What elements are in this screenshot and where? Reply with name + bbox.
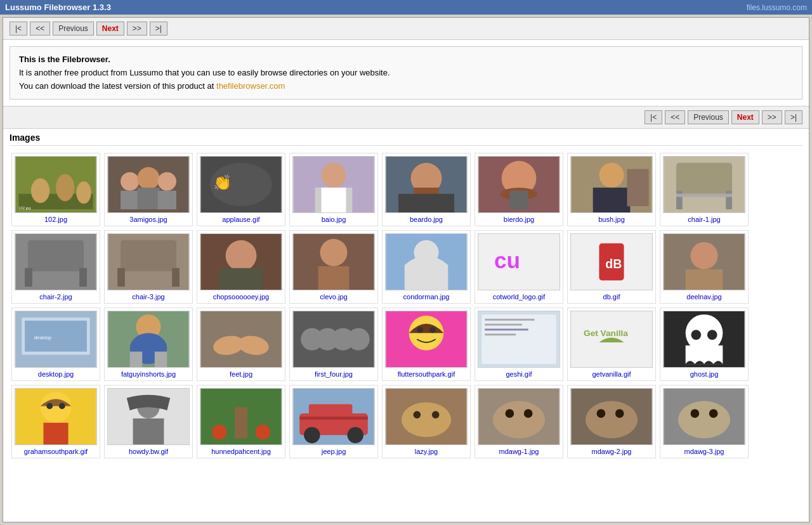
list-item: jeep.jpg (289, 385, 378, 458)
image-filename[interactable]: getvanilla.gif (592, 370, 631, 378)
svg-rect-102 (133, 418, 164, 444)
list-item: 3amigos.jpg (104, 153, 193, 226)
image-filename[interactable]: ghost.jpg (690, 370, 719, 378)
svg-point-7 (121, 172, 139, 191)
svg-text:dB: dB (605, 257, 622, 271)
image-filename[interactable]: howdy.bw.gif (129, 448, 168, 455)
svg-rect-68 (130, 352, 143, 367)
svg-point-120 (524, 410, 533, 418)
image-thumbnail (15, 388, 97, 445)
image-filename[interactable]: chopsoooooey.jpg (213, 293, 269, 301)
image-filename[interactable]: 3amigos.jpg (129, 216, 167, 223)
image-filename[interactable]: db.gif (603, 293, 620, 301)
info-line1: It is another free product from Lussumo … (19, 67, 793, 80)
image-thumbnail (663, 233, 745, 290)
images-grid: 102.jpg102.jpg3amigos.jpg👏applause.gifba… (10, 151, 802, 460)
svg-rect-84 (485, 319, 534, 321)
image-thumbnail: desktop (15, 311, 97, 368)
title-bar: Lussumo Filebrowser 1.3.3 files.lussumo.… (0, 0, 812, 15)
image-filename[interactable]: grahamsouthpark.gif (24, 448, 88, 455)
image-filename[interactable]: mdawg-2.jpg (592, 448, 632, 455)
list-item: chair-1.jpg (660, 153, 749, 226)
image-filename[interactable]: geshi.gif (506, 370, 532, 378)
image-filename[interactable]: cotworld_logo.gif (493, 293, 546, 301)
svg-point-118 (493, 401, 545, 439)
image-thumbnail (15, 233, 97, 290)
image-filename[interactable]: chair-1.jpg (688, 216, 720, 223)
image-filename[interactable]: beardo.jpg (410, 216, 443, 223)
image-thumbnail (292, 311, 375, 368)
image-thumbnail: 👏 (200, 156, 282, 213)
image-filename[interactable]: chair-2.jpg (39, 293, 72, 301)
next-next-button-bottom[interactable]: >> (762, 110, 782, 124)
info-link[interactable]: thefilebrowser.com (216, 81, 285, 91)
image-thumbnail (292, 156, 375, 213)
image-thumbnail: cu (478, 233, 560, 290)
svg-text:desktop: desktop (34, 335, 52, 340)
list-item: 102.jpg102.jpg (11, 153, 100, 226)
image-filename[interactable]: bierdo.jpg (504, 216, 534, 223)
svg-rect-43 (117, 268, 125, 287)
list-item: fatguyinshorts.jpg (104, 308, 193, 381)
image-filename[interactable]: fatguyinshorts.jpg (121, 370, 176, 378)
image-filename[interactable]: chair-3.jpg (132, 293, 164, 301)
svg-rect-42 (121, 240, 176, 271)
image-thumbnail (385, 311, 468, 368)
svg-text:👏: 👏 (213, 174, 232, 191)
image-thumbnail (663, 311, 745, 368)
image-filename[interactable]: lazy.jpg (415, 448, 438, 455)
list-item: chair-2.jpg (11, 230, 100, 304)
svg-point-98 (59, 403, 65, 410)
list-item: ghost.jpg (660, 308, 749, 381)
svg-rect-99 (43, 423, 68, 444)
svg-rect-106 (235, 408, 247, 439)
site-link[interactable]: files.lussumo.com (747, 3, 807, 12)
first-page-button-top[interactable]: |< (10, 22, 27, 36)
image-filename[interactable]: applause.gif (222, 216, 259, 223)
svg-point-4 (76, 182, 91, 204)
image-filename[interactable]: bush.jpg (598, 216, 625, 223)
svg-rect-10 (121, 191, 139, 209)
next-next-button-top[interactable]: >> (127, 22, 147, 36)
list-item: chopsoooooey.jpg (197, 230, 285, 304)
svg-rect-87 (485, 334, 516, 336)
last-page-button-bottom[interactable]: >| (785, 110, 802, 124)
prev-button-top[interactable]: Previous (53, 22, 94, 36)
svg-rect-86 (485, 329, 528, 331)
list-item: hunnedpahcent.jpg (197, 385, 285, 458)
info-bold: This is the Filebrowser. (19, 55, 110, 64)
image-filename[interactable]: desktop.jpg (38, 370, 74, 378)
next-button-bottom[interactable]: Next (731, 110, 759, 124)
image-thumbnail (107, 233, 190, 290)
image-filename[interactable]: clevo.jpg (320, 293, 347, 301)
image-filename[interactable]: fluttersouthpark.gif (398, 370, 455, 378)
list-item: desktopdesktop.jpg (11, 308, 100, 381)
image-filename[interactable]: feet.jpg (230, 370, 252, 378)
prev-button-bottom[interactable]: Previous (688, 110, 729, 124)
svg-rect-23 (398, 194, 454, 212)
image-filename[interactable]: 102.jpg (44, 216, 67, 223)
prev-prev-button-bottom[interactable]: << (665, 110, 685, 124)
next-button-top[interactable]: Next (96, 22, 124, 36)
image-thumbnail: 102.jpg (15, 156, 97, 213)
first-page-button-bottom[interactable]: |< (645, 110, 662, 124)
image-filename[interactable]: mdawg-3.jpg (684, 448, 724, 455)
svg-point-127 (690, 410, 699, 418)
image-filename[interactable]: baio.jpg (322, 216, 346, 223)
image-filename[interactable]: jeep.jpg (322, 448, 346, 455)
svg-text:Get Vanilla: Get Vanilla (584, 329, 628, 339)
image-filename[interactable]: deelnav.jpg (686, 293, 721, 301)
last-page-button-top[interactable]: >| (150, 22, 167, 36)
image-filename[interactable]: mdawg-1.jpg (499, 448, 539, 455)
image-thumbnail (292, 233, 375, 290)
image-filename[interactable]: hunnedpahcent.jpg (211, 448, 271, 455)
image-thumbnail (107, 388, 190, 445)
list-item: geshi.gif (475, 308, 563, 381)
image-thumbnail (478, 156, 560, 213)
prev-prev-button-top[interactable]: << (30, 22, 50, 36)
svg-point-128 (709, 410, 718, 418)
image-filename[interactable]: first_four.jpg (315, 370, 353, 378)
svg-point-17 (321, 163, 346, 188)
image-filename[interactable]: condorman.jpg (403, 293, 450, 301)
svg-rect-19 (321, 188, 346, 212)
